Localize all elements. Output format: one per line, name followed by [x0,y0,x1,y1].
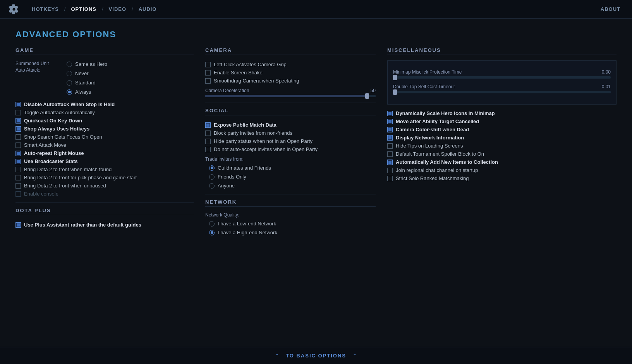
page-title: ADVANCED OPTIONS [15,29,617,39]
cb-expose-match[interactable] [205,122,211,128]
cb-no-auto-accept[interactable] [205,147,211,152]
game-section-header: GAME [15,47,194,55]
cb-block-party[interactable] [205,130,211,136]
trade-guildmates[interactable]: Guildmates and Friends [209,164,376,172]
social-section-header: SOCIAL [205,108,376,115]
nq-low-end[interactable]: I have a Low-end Network [209,220,376,227]
radio-same-as-hero-btn[interactable] [67,62,72,67]
cb-autorepeat[interactable] [15,151,21,156]
check-hide-party-status[interactable]: Hide party status when not in an Open Pa… [205,137,376,145]
cb-front-pick[interactable] [15,175,21,180]
bottom-bar[interactable]: ⌃ TO BASIC OPTIONS ⌃ [0,347,632,364]
radio-always-btn[interactable] [67,89,72,95]
cb-front-unpaused[interactable] [15,183,21,189]
radio-standard-btn[interactable] [67,80,72,86]
nq-high-end[interactable]: I have a High-end Network [209,229,376,236]
nav-options[interactable]: OPTIONS [67,6,100,12]
basic-options-button[interactable]: TO BASIC OPTIONS [286,353,346,359]
minimap-track[interactable] [393,76,611,79]
check-front-match[interactable]: Bring Dota 2 to front when match found [15,165,194,173]
check-move-after-cancel[interactable]: Move after Ability Target Cancelled [387,117,617,125]
check-block-party[interactable]: Block party invites from non-friends [205,129,376,137]
game-checkboxes: Disable Autoattack When Stop is Held Tog… [15,100,194,198]
check-no-auto-accept[interactable]: Do not auto-accept invites when in Open … [205,145,376,153]
cb-hide-party-status[interactable] [205,139,211,144]
nav-video[interactable]: VIDEO [105,6,130,12]
check-shop-hotkeys[interactable]: Shop Always Uses Hotkeys [15,125,194,133]
camera-decel-track[interactable] [205,95,376,97]
nav-hotkeys[interactable]: HOTKEYS [28,6,63,12]
radio-never-label: Never [75,70,89,76]
cb-smoothdrag[interactable] [205,78,211,84]
check-disable-autoattack[interactable]: Disable Autoattack When Stop is Held [15,100,194,108]
check-broadcaster[interactable]: Use Broadcaster Stats [15,157,194,165]
cb-quickcast[interactable] [15,118,21,124]
check-smart-attack[interactable]: Smart Attack Move [15,141,194,149]
radio-low-end-label: I have a Low-end Network [218,221,276,227]
check-dynamically-scale[interactable]: Dynamically Scale Hero Icons in Minimap [387,109,617,117]
radio-anyone-btn[interactable] [209,183,215,189]
cb-auto-add-items[interactable] [387,160,393,165]
check-front-unpaused[interactable]: Bring Dota 2 to front when unpaused [15,182,194,190]
doubletap-track[interactable] [393,91,611,93]
check-toggle-autoattack[interactable]: Toggle Autoattack Automatically [15,108,194,117]
nav-about[interactable]: ABOUT [597,6,624,12]
check-strict-solo[interactable]: Strict Solo Ranked Matchmaking [387,174,617,182]
gear-icon[interactable] [8,3,20,15]
trade-friends-only[interactable]: Friends Only [209,173,376,180]
cb-console[interactable] [15,191,21,197]
cb-screen-shake[interactable] [205,70,211,76]
radio-friends-only-btn[interactable] [209,174,215,180]
cb-plus-assistant[interactable] [15,222,21,228]
cb-shop-focus[interactable] [15,134,21,140]
minimap-thumb[interactable] [393,75,397,80]
check-expose-match[interactable]: Expose Public Match Data [205,121,376,129]
radio-standard-label: Standard [75,80,96,86]
check-screen-shake[interactable]: Enable Screen Shake [205,69,376,77]
check-front-pick[interactable]: Bring Dota 2 to front for pick phase and… [15,173,194,182]
radio-guildmates-btn[interactable] [209,165,215,171]
cb-console-label: Enable console [24,191,58,197]
check-hide-tips[interactable]: Hide Tips on Loading Screens [387,142,617,150]
check-console[interactable]: Enable console [15,190,194,198]
doubletap-thumb[interactable] [393,89,397,95]
check-auto-add-items[interactable]: Automatically Add New Items to Collectio… [387,158,617,166]
cb-display-network[interactable] [387,135,393,141]
cb-move-after-cancel[interactable] [387,119,393,124]
cb-smart-attack[interactable] [15,143,21,148]
radio-same-as-hero[interactable]: Same as Hero [67,60,107,68]
check-autorepeat[interactable]: Auto-repeat Right Mouse [15,149,194,157]
radio-never-btn[interactable] [67,71,72,76]
check-spoiler-block[interactable]: Default Tournament Spoiler Block to On [387,150,617,158]
radio-high-end-btn[interactable] [209,230,215,235]
radio-low-end-btn[interactable] [209,221,215,227]
camera-decel-thumb[interactable] [365,93,369,99]
cb-disable-autoattack[interactable] [15,102,21,107]
cb-front-unpaused-label: Bring Dota 2 to front when unpaused [24,183,106,189]
radio-always[interactable]: Always [67,88,107,96]
radio-standard[interactable]: Standard [67,79,107,86]
check-display-network[interactable]: Display Network Information [387,134,617,142]
check-camera-colorshift[interactable]: Camera Color-shift when Dead [387,125,617,134]
cb-front-match[interactable] [15,167,21,172]
check-plus-assistant[interactable]: Use Plus Assistant rather than the defau… [15,221,194,229]
cb-strict-solo[interactable] [387,176,393,181]
cb-left-click-camera[interactable] [205,62,211,67]
cb-broadcaster[interactable] [15,159,21,164]
cb-regional-chat[interactable] [387,168,393,173]
cb-spoiler-block[interactable] [387,151,393,157]
check-regional-chat[interactable]: Join regional chat channel on startup [387,166,617,174]
radio-never[interactable]: Never [67,70,107,77]
cb-expose-match-label: Expose Public Match Data [214,122,276,128]
trade-anyone[interactable]: Anyone [209,182,376,189]
check-smoothdrag[interactable]: Smoothdrag Camera when Spectating [205,77,376,85]
cb-dynamically-scale[interactable] [387,111,393,116]
check-shop-focus[interactable]: Shop Search Gets Focus On Open [15,133,194,141]
cb-hide-tips[interactable] [387,143,393,149]
cb-toggle-autoattack[interactable] [15,110,21,115]
nav-audio[interactable]: AUDIO [135,6,161,12]
cb-shop-hotkeys[interactable] [15,126,21,132]
check-left-click-camera[interactable]: Left-Click Activates Camera Grip [205,60,376,69]
cb-camera-colorshift[interactable] [387,127,393,132]
check-quickcast[interactable]: Quickcast On Key Down [15,117,194,125]
